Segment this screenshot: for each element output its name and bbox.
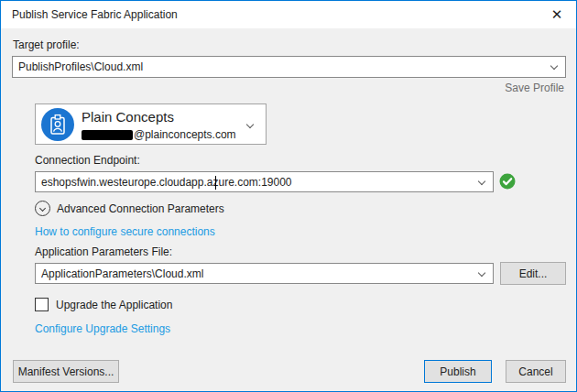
expander-chevron-icon [35,201,50,216]
chevron-down-icon [246,121,254,128]
dialog-title: Publish Service Fabric Application [12,8,178,21]
chevron-down-icon [478,269,485,277]
connection-endpoint-value: eshopsfwin.westeurope.cloudapp.azure.com… [41,172,292,192]
connection-endpoint-label: Connection Endpoint: [35,154,140,167]
publish-button[interactable]: Publish [424,360,492,383]
edit-button[interactable]: Edit... [500,262,566,285]
account-badge-icon [41,108,74,141]
application-parameters-dropdown[interactable]: ApplicationParameters\Cloud.xml [35,263,494,284]
redacted-username [82,130,133,140]
configure-upgrade-link[interactable]: Configure Upgrade Settings [35,322,170,335]
account-selector[interactable]: Plain Concepts @plainconcepts.com [35,103,267,145]
chevron-down-icon [550,62,558,70]
close-icon[interactable]: ✕ [545,4,569,26]
account-name: Plain Concepts [82,109,174,125]
upgrade-application-label: Upgrade the Application [56,299,172,311]
advanced-parameters-label: Advanced Connection Parameters [57,202,224,215]
title-bar: Publish Service Fabric Application ✕ [1,1,576,28]
chevron-down-icon [478,178,485,185]
target-profile-dropdown[interactable]: PublishProfiles\Cloud.xml [12,56,566,78]
cancel-button[interactable]: Cancel [506,360,566,383]
application-parameters-value: ApplicationParameters\Cloud.xml [41,264,203,284]
account-email: @plainconcepts.com [82,128,236,141]
manifest-versions-button[interactable]: Manifest Versions... [13,360,119,383]
text-caret [215,176,216,190]
publish-dialog: Publish Service Fabric Application ✕ Tar… [0,0,577,392]
application-parameters-label: Application Parameters File: [35,245,172,258]
save-profile-link[interactable]: Save Profile [505,82,564,94]
account-email-suffix: @plainconcepts.com [134,128,236,141]
target-profile-value: PublishProfiles\Cloud.xml [18,57,143,77]
success-check-icon [499,173,516,190]
connection-endpoint-combobox[interactable]: eshopsfwin.westeurope.cloudapp.azure.com… [35,171,494,192]
target-profile-label: Target profile: [13,38,80,51]
secure-connections-link[interactable]: How to configure secure connections [35,225,215,238]
upgrade-application-checkbox[interactable] [35,298,49,311]
